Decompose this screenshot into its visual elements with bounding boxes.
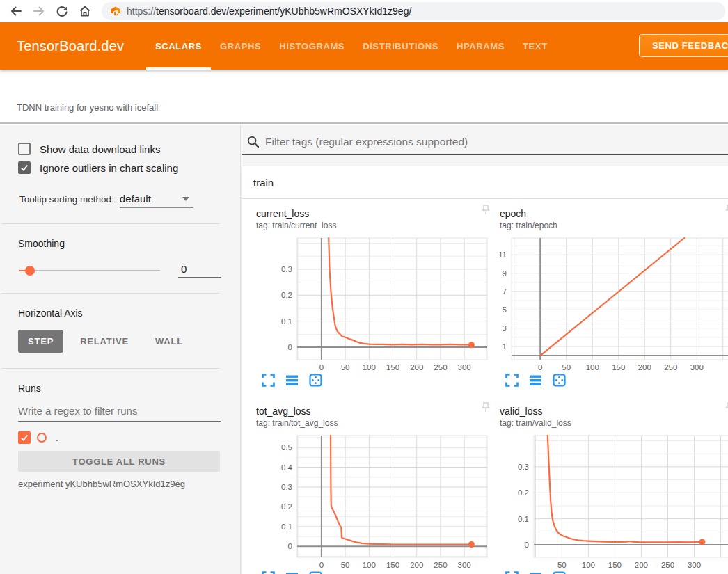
- chart-plot-epoch[interactable]: 0501001502002503001357911: [491, 233, 728, 372]
- chart-plot-current_loss[interactable]: 05010015020025030000.10.20.3: [248, 233, 491, 372]
- filter-tags-input[interactable]: Filter tags (regular expressions support…: [242, 132, 728, 155]
- axis-option-step[interactable]: STEP: [18, 330, 63, 353]
- run-checkbox[interactable]: [18, 431, 31, 444]
- expand-icon[interactable]: [505, 571, 519, 574]
- checkbox-label: Show data download links: [40, 143, 160, 155]
- runs-regex-input[interactable]: Write a regex to filter runs: [18, 405, 221, 422]
- run-row[interactable]: .: [18, 431, 240, 444]
- svg-text:5: 5: [503, 305, 507, 314]
- chart-actions: [505, 571, 728, 574]
- check-icon: [19, 433, 29, 443]
- svg-text:300: 300: [458, 561, 471, 569]
- app-header: TensorBoard.dev SCALARSGRAPHSHISTOGRAMSD…: [0, 22, 728, 70]
- chart-title: current_loss: [256, 208, 491, 219]
- svg-text:150: 150: [386, 561, 399, 569]
- ignore-outliers-checkbox[interactable]: Ignore outliers in chart scaling: [18, 161, 240, 174]
- svg-text:9: 9: [503, 269, 507, 278]
- expand-icon[interactable]: [505, 374, 519, 387]
- svg-text:0.1: 0.1: [518, 515, 529, 523]
- section-header-train[interactable]: train: [242, 166, 728, 199]
- tab-distributions[interactable]: DISTRIBUTIONS: [354, 22, 448, 70]
- svg-text:0.4: 0.4: [281, 463, 293, 472]
- tab-text[interactable]: TEXT: [514, 22, 557, 70]
- svg-text:0.1: 0.1: [281, 523, 292, 531]
- send-feedback-button[interactable]: SEND FEEDBACK: [639, 34, 728, 57]
- axis-option-wall[interactable]: WALL: [145, 330, 193, 353]
- svg-text:0: 0: [288, 542, 292, 550]
- log-scale-icon[interactable]: [529, 374, 542, 387]
- tab-histograms[interactable]: HISTOGRAMS: [270, 22, 354, 70]
- svg-text:0.3: 0.3: [281, 483, 292, 491]
- toggle-all-runs-button[interactable]: TOGGLE ALL RUNS: [18, 451, 220, 472]
- chart-card-valid_loss: valid_losstag: train/valid_loss501001502…: [491, 397, 728, 574]
- expand-icon[interactable]: [262, 571, 275, 574]
- svg-text:150: 150: [386, 363, 399, 372]
- chart-plot-tot_avg_loss[interactable]: 05010015020025030000.10.20.30.40.5: [248, 431, 491, 570]
- forward-icon[interactable]: [32, 4, 46, 18]
- chevron-down-icon: [182, 197, 189, 201]
- divider: [1, 293, 219, 294]
- tab-scalars[interactable]: SCALARS: [146, 22, 211, 70]
- experiment-strip: TDNN training for yesno with icefall: [0, 70, 728, 124]
- svg-text:50: 50: [562, 363, 571, 372]
- browser-bar: https://tensorboard.dev/experiment/yKUbh…: [0, 0, 728, 22]
- svg-text:250: 250: [434, 363, 447, 372]
- checkbox-unchecked[interactable]: [18, 143, 31, 155]
- svg-text:200: 200: [638, 363, 651, 372]
- chart-actions: [262, 374, 491, 387]
- axis-option-relative[interactable]: RELATIVE: [70, 330, 139, 353]
- address-bar[interactable]: https://tensorboard.dev/experiment/yKUbh…: [102, 2, 725, 20]
- horizontal-axis-label: Horizontal Axis: [18, 308, 240, 319]
- pin-icon[interactable]: [482, 205, 490, 215]
- url-text: https://tensorboard.dev/experiment/yKUbh…: [127, 6, 411, 17]
- chart-plot-valid_loss[interactable]: 5010015020025030000.10.20.3: [491, 431, 728, 570]
- svg-text:250: 250: [664, 363, 677, 372]
- tab-graphs[interactable]: GRAPHS: [211, 22, 270, 70]
- svg-text:0.2: 0.2: [281, 502, 292, 511]
- slider-thumb[interactable]: [25, 266, 35, 276]
- tab-hparams[interactable]: HPARAMS: [448, 22, 514, 70]
- smoothing-value-input[interactable]: 0: [178, 263, 221, 278]
- smoothing-slider[interactable]: [19, 266, 160, 276]
- fit-domain-icon[interactable]: [309, 571, 322, 574]
- svg-text:100: 100: [582, 561, 595, 569]
- svg-text:300: 300: [458, 363, 471, 372]
- reload-icon[interactable]: [55, 4, 69, 18]
- svg-text:50: 50: [341, 363, 350, 372]
- svg-text:300: 300: [688, 561, 701, 569]
- chart-card-tot_avg_loss: tot_avg_losstag: train/tot_avg_loss05010…: [248, 397, 491, 574]
- chart-actions: [505, 374, 728, 387]
- svg-text:7: 7: [503, 287, 507, 296]
- pin-icon[interactable]: [482, 402, 490, 413]
- expand-icon[interactable]: [262, 374, 275, 387]
- pin-icon[interactable]: [725, 402, 728, 413]
- select-value: default: [120, 193, 151, 205]
- filter-tags-placeholder: Filter tags (regular expressions support…: [265, 136, 468, 148]
- svg-text:0: 0: [538, 363, 542, 372]
- log-scale-icon[interactable]: [285, 571, 299, 574]
- svg-text:150: 150: [608, 561, 622, 569]
- run-name: .: [56, 433, 58, 443]
- svg-text:200: 200: [410, 561, 423, 569]
- chart-title: valid_loss: [500, 406, 728, 417]
- log-scale-icon[interactable]: [529, 571, 542, 574]
- show-download-links-checkbox[interactable]: Show data download links: [18, 143, 240, 155]
- fit-domain-icon[interactable]: [553, 374, 566, 387]
- home-icon[interactable]: [78, 4, 92, 18]
- tooltip-sorting-select[interactable]: default: [120, 193, 193, 208]
- main-area: Filter tags (regular expressions support…: [241, 125, 728, 574]
- tensorboard-favicon: [110, 6, 121, 17]
- svg-text:0.2: 0.2: [518, 488, 529, 497]
- back-icon[interactable]: [9, 4, 23, 18]
- nav-tabs: SCALARSGRAPHSHISTOGRAMSDISTRIBUTIONSHPAR…: [146, 22, 557, 70]
- log-scale-icon[interactable]: [285, 374, 299, 387]
- svg-text:0: 0: [288, 343, 292, 351]
- pin-icon[interactable]: [725, 205, 728, 215]
- search-icon: [246, 135, 260, 148]
- experiment-title: TDNN training for yesno with icefall: [17, 102, 158, 113]
- fit-domain-icon[interactable]: [553, 571, 566, 574]
- checkbox-label: Ignore outliers in chart scaling: [40, 162, 178, 174]
- fit-domain-icon[interactable]: [309, 374, 322, 387]
- chart-tag: tag: train/epoch: [500, 221, 728, 230]
- checkbox-checked[interactable]: [18, 161, 31, 174]
